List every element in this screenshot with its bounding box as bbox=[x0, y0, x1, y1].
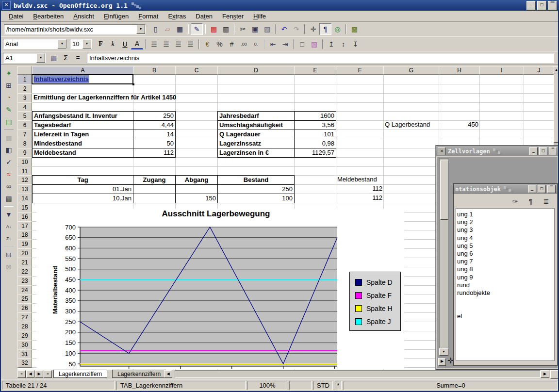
row-header-15[interactable]: 15 bbox=[17, 203, 32, 212]
new-document-icon[interactable]: ▯ bbox=[149, 23, 162, 35]
cell-A7[interactable]: Lieferzeit in Tagen bbox=[32, 130, 133, 139]
maximize-button[interactable]: □ bbox=[538, 185, 546, 193]
cell-A14[interactable]: 10.Jan bbox=[32, 194, 133, 203]
url-input[interactable] bbox=[4, 26, 136, 33]
row-header-7[interactable]: 7 bbox=[17, 130, 32, 139]
update-style-icon[interactable]: ≣ bbox=[540, 196, 552, 207]
cut-icon[interactable]: ✂ bbox=[237, 23, 249, 35]
cell-D7[interactable]: Q Lagerdauer bbox=[217, 130, 295, 139]
paste-icon[interactable]: ▨ bbox=[261, 23, 273, 35]
fill-format-icon[interactable]: ✑ bbox=[509, 196, 521, 207]
cell-F13[interactable]: 112 bbox=[336, 184, 384, 194]
style-list-item[interactable]: rundobjekte bbox=[456, 289, 554, 297]
font-name-dropdown-icon[interactable]: ▼ bbox=[58, 39, 66, 49]
row-header-1[interactable]: 1 bbox=[17, 75, 32, 84]
align-justify-icon[interactable]: ☰ bbox=[184, 38, 197, 50]
row-header-12[interactable]: 12 bbox=[17, 175, 32, 185]
new-style-icon[interactable]: ¶ bbox=[525, 196, 537, 207]
menu-hilfe[interactable]: Hilfe bbox=[248, 12, 271, 21]
minimize-button[interactable]: _ bbox=[528, 185, 536, 193]
draw-functions-icon[interactable]: ✎ bbox=[2, 103, 15, 115]
autoformat-icon[interactable]: ▦ bbox=[2, 131, 15, 144]
column-header-C[interactable]: C bbox=[175, 66, 218, 75]
maximize-button[interactable]: □ bbox=[537, 1, 546, 10]
function-wizard-icon[interactable]: ▦ bbox=[48, 52, 60, 64]
cell-C13[interactable] bbox=[175, 184, 218, 194]
cell-D14[interactable]: 100 bbox=[217, 194, 295, 203]
undo-icon[interactable]: ↶ bbox=[278, 23, 290, 35]
style-list-item[interactable]: ung 8 bbox=[456, 265, 554, 273]
font-size-dropdown-icon[interactable]: ▼ bbox=[82, 39, 91, 49]
cell-D6[interactable]: Umschlagshäufigkeit bbox=[217, 120, 295, 130]
autospellcheck-icon[interactable]: ≈ bbox=[2, 168, 15, 180]
cell-A13[interactable]: 01.Jan bbox=[32, 184, 133, 194]
currency-icon[interactable]: € bbox=[201, 38, 214, 50]
tab-scroll-left-icon[interactable]: ◀ bbox=[164, 370, 172, 378]
underline-icon[interactable]: U bbox=[119, 38, 131, 50]
copy-icon[interactable]: ▣ bbox=[249, 23, 261, 35]
menu-ansicht[interactable]: Ansicht bbox=[68, 12, 99, 21]
navigator-icon[interactable]: ✛ bbox=[307, 23, 319, 35]
sheet-name-field[interactable]: TAB_Lagerkennziffern bbox=[116, 381, 246, 390]
horizontal-scrollbar[interactable] bbox=[175, 370, 541, 378]
style-list-item[interactable]: ung 1 bbox=[456, 211, 554, 218]
font-size-input[interactable] bbox=[70, 40, 82, 48]
maximize-button[interactable]: □ bbox=[539, 147, 547, 155]
row-header-30[interactable]: 30 bbox=[17, 340, 32, 350]
formula-input[interactable] bbox=[87, 54, 554, 62]
align-right-icon[interactable]: ☰ bbox=[172, 38, 184, 50]
column-header-A[interactable]: A bbox=[32, 66, 133, 75]
align-top-icon[interactable]: ↥ bbox=[325, 38, 337, 50]
cell-B14[interactable] bbox=[133, 194, 176, 203]
redo-icon[interactable]: ↷ bbox=[290, 23, 302, 35]
column-header-E[interactable]: E bbox=[294, 66, 336, 75]
menu-bearbeiten[interactable]: Bearbeiten bbox=[28, 12, 68, 21]
insert-icon[interactable]: ✦ bbox=[2, 67, 15, 79]
row-header-8[interactable]: 8 bbox=[17, 139, 32, 148]
cell-E5[interactable]: 1600 bbox=[294, 111, 336, 121]
cell-B7[interactable]: 14 bbox=[133, 130, 176, 139]
form-functions-icon[interactable]: ▤ bbox=[2, 115, 15, 128]
row-header-13[interactable]: 13 bbox=[17, 184, 32, 194]
row-header-17[interactable]: 17 bbox=[17, 221, 32, 231]
row-header-27[interactable]: 27 bbox=[17, 312, 32, 322]
style-list-item[interactable]: ung 3 bbox=[456, 226, 554, 234]
style-list-item[interactable]: ung 5 bbox=[456, 242, 554, 250]
cell-E6[interactable]: 3,56 bbox=[294, 120, 336, 130]
minimize-button[interactable]: _ bbox=[529, 147, 538, 155]
style-list-item[interactable]: ung 4 bbox=[456, 234, 554, 242]
chart-object[interactable]: Ausschnitt Lagerbewegung Materialbestand… bbox=[36, 209, 404, 369]
row-header-32[interactable]: 32 bbox=[17, 358, 32, 368]
cell-B13[interactable] bbox=[133, 184, 176, 194]
autofilter-icon[interactable]: ▼ bbox=[2, 208, 15, 220]
close-icon[interactable]: ✕ bbox=[438, 147, 446, 155]
cell-E8[interactable]: 0,98 bbox=[294, 139, 336, 148]
cell-A12[interactable]: Tag bbox=[32, 175, 133, 185]
add-decimal-icon[interactable]: .00 bbox=[238, 38, 250, 50]
sheet-position-field[interactable]: Tabelle 21 / 24 bbox=[2, 381, 115, 390]
cell-B6[interactable]: 4,44 bbox=[133, 120, 176, 130]
gallery-icon[interactable]: ▩ bbox=[348, 23, 361, 35]
sheet-tab-1[interactable]: Lagerkennziffern bbox=[53, 370, 107, 378]
standard-format-icon[interactable]: # bbox=[226, 38, 238, 50]
sum-field[interactable]: Summe=0 bbox=[344, 381, 558, 390]
sheet-next-icon[interactable]: ▶ bbox=[35, 370, 43, 378]
row-header-26[interactable]: 26 bbox=[17, 303, 32, 313]
row-header-4[interactable]: 4 bbox=[17, 102, 32, 112]
stylist-icon[interactable]: ¶ bbox=[319, 23, 331, 35]
insert-cells-icon[interactable]: ⊞ bbox=[2, 79, 15, 91]
spellcheck-icon[interactable]: ✓ bbox=[2, 156, 15, 168]
column-header-I[interactable]: I bbox=[479, 66, 524, 75]
cell-E7[interactable]: 101 bbox=[294, 130, 336, 139]
rollup-button[interactable]: ▔ bbox=[548, 1, 557, 10]
menu-daten[interactable]: Daten bbox=[191, 12, 217, 21]
cell-B5[interactable]: 250 bbox=[133, 111, 176, 121]
cell-B12[interactable]: Zugang bbox=[133, 175, 176, 185]
cell-F14[interactable]: 112 bbox=[336, 194, 384, 203]
cell-F12[interactable]: Meldebestand bbox=[336, 175, 384, 185]
sheet-tab-2[interactable]: Lagerkennziffern bbox=[112, 370, 166, 378]
hyperlink-icon[interactable]: ◎ bbox=[331, 23, 344, 35]
delete-decimal-icon[interactable]: 0. bbox=[250, 38, 262, 50]
cell-D8[interactable]: Lagerzinssatz bbox=[217, 139, 295, 148]
sheet-prev-icon[interactable]: ◀ bbox=[26, 370, 34, 378]
